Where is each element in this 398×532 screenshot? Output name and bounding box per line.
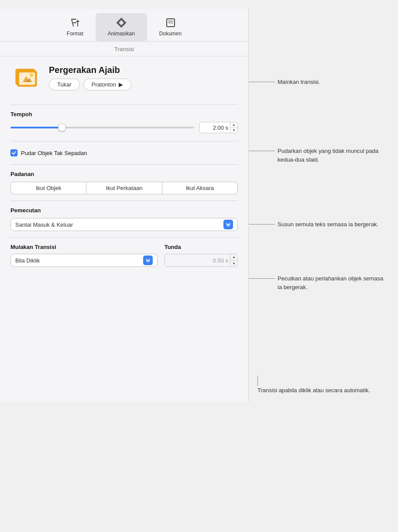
- callout-mulakan-vline: [257, 376, 258, 386]
- transition-title: Pergerakan Ajaib: [49, 65, 131, 75]
- slider-thumb[interactable]: [58, 124, 66, 131]
- callout-pudar-text: Pudarkan objek yang tidak muncul pada ke…: [275, 147, 384, 164]
- tunda-col: Tunda 0.50 s ▲ ▼: [165, 244, 238, 267]
- tunda-up[interactable]: ▲: [230, 254, 237, 261]
- stepper-up[interactable]: ▲: [230, 122, 237, 128]
- pudar-row: Pudar Objek Tak Sepadan: [10, 149, 238, 156]
- toolbar: Format Animasikan Doku: [0, 9, 248, 41]
- callout-pratonton-text: Mainkan transisi.: [275, 78, 320, 86]
- callout-pemecutan-text: Pecutkan atau perlahankan objek semasa i…: [275, 274, 384, 291]
- duration-stepper[interactable]: 2.00 s ▲ ▼: [199, 122, 238, 133]
- callout-pratonton-line: [249, 82, 275, 82]
- mulakan-label: Mulakan Transisi: [10, 244, 158, 250]
- padanan-section: Padanan Ikut Objek Ikut Perkataan Ikut A…: [10, 171, 238, 194]
- ikut-aksara-btn[interactable]: Ikut Aksara: [162, 182, 237, 194]
- section-header: Transisi: [0, 41, 248, 56]
- padanan-segment: Ikut Objek Ikut Perkataan Ikut Aksara: [10, 182, 238, 194]
- pemecutan-section: Pemecutan Santai Masuk & Keluar: [10, 207, 238, 231]
- callout-pudar: Pudarkan objek yang tidak muncul pada ke…: [249, 147, 384, 164]
- divider-1: [10, 104, 238, 105]
- callout-mulakan: Transisi apabila diklik atau secara auto…: [257, 376, 370, 395]
- animasikan-icon: [115, 17, 127, 29]
- duration-slider[interactable]: [10, 127, 194, 128]
- tunda-stepper[interactable]: 0.50 s ▲ ▼: [165, 254, 238, 267]
- mulakan-col: Mulakan Transisi Bila Diklik: [10, 244, 158, 267]
- dokumen-tab-label: Dokumen: [159, 31, 182, 37]
- format-icon: [69, 17, 81, 29]
- animasikan-tab[interactable]: Animasikan: [96, 13, 147, 41]
- title-info: Pergerakan Ajaib Tukar Pratonton ▶: [49, 65, 131, 90]
- mulakan-value: Bila Diklik: [15, 257, 140, 264]
- format-tab-label: Format: [67, 31, 83, 37]
- tunda-value: 0.50 s: [165, 257, 230, 264]
- sidebar: Format Animasikan Doku: [0, 9, 249, 402]
- title-area: Pergerakan Ajaib Tukar Pratonton ▶: [10, 65, 238, 90]
- panel-wrapper: Format Animasikan Doku: [0, 9, 398, 402]
- mulakan-chevron[interactable]: [143, 256, 153, 265]
- tempoh-label: Tempoh: [10, 111, 238, 117]
- play-icon: ▶: [119, 81, 123, 88]
- pemecutan-label: Pemecutan: [10, 207, 238, 214]
- animasikan-tab-label: Animasikan: [108, 31, 135, 37]
- transition-icon: [10, 66, 42, 90]
- divider-4: [10, 200, 238, 201]
- callout-ikut-line: [249, 224, 275, 225]
- divider-3: [10, 164, 238, 165]
- tunda-label: Tunda: [165, 244, 238, 250]
- pudar-label: Pudar Objek Tak Sepadan: [21, 150, 87, 156]
- callout-pemecutan-line: [249, 278, 275, 279]
- annotations-area: Mainkan transisi. Pudarkan objek yang ti…: [249, 9, 398, 402]
- svg-point-9: [30, 73, 33, 77]
- dokumen-tab[interactable]: Dokumen: [147, 13, 194, 41]
- slider-row: 2.00 s ▲ ▼: [10, 122, 238, 133]
- pudar-checkbox[interactable]: [10, 149, 17, 156]
- callout-ikut: Susun semula teks semasa ia bergerak.: [249, 220, 378, 229]
- tunda-down[interactable]: ▼: [230, 261, 237, 267]
- padanan-label: Padanan: [10, 171, 238, 177]
- tunda-arrows: ▲ ▼: [230, 254, 237, 266]
- pratonton-label: Pratonton: [92, 81, 116, 88]
- format-tab[interactable]: Format: [55, 13, 96, 41]
- pemecutan-select[interactable]: Santai Masuk & Keluar: [10, 218, 238, 231]
- panel-content: Pergerakan Ajaib Tukar Pratonton ▶ Tempo…: [0, 56, 248, 276]
- tempoh-section: Tempoh 2.00 s ▲ ▼: [10, 111, 238, 135]
- duration-value: 2.00 s: [200, 124, 230, 131]
- stepper-down[interactable]: ▼: [230, 128, 237, 133]
- svg-rect-3: [168, 20, 173, 24]
- title-buttons: Tukar Pratonton ▶: [49, 79, 131, 90]
- divider-5: [10, 237, 238, 238]
- stepper-arrows: ▲ ▼: [230, 122, 237, 133]
- pemecutan-chevron[interactable]: [223, 220, 233, 229]
- pratonton-button[interactable]: Pratonton ▶: [83, 79, 131, 90]
- ikut-perkataan-btn[interactable]: Ikut Perkataan: [86, 182, 162, 194]
- mulakan-select[interactable]: Bila Diklik: [10, 254, 158, 267]
- ikut-objek-btn[interactable]: Ikut Objek: [11, 182, 86, 194]
- callout-pratonton: Mainkan transisi.: [249, 78, 320, 86]
- divider-2: [10, 141, 238, 142]
- tukar-button[interactable]: Tukar: [49, 79, 80, 90]
- callout-ikut-text: Susun semula teks semasa ia bergerak.: [275, 220, 378, 229]
- bottom-row: Mulakan Transisi Bila Diklik Tunda: [10, 244, 238, 267]
- callout-pudar-line: [249, 151, 275, 151]
- callout-pemecutan: Pecutkan atau perlahankan objek semasa i…: [249, 274, 384, 291]
- callout-mulakan-text: Transisi apabila diklik atau secara auto…: [257, 386, 370, 395]
- dokumen-icon: [165, 17, 177, 29]
- pemecutan-value: Santai Masuk & Keluar: [15, 221, 220, 228]
